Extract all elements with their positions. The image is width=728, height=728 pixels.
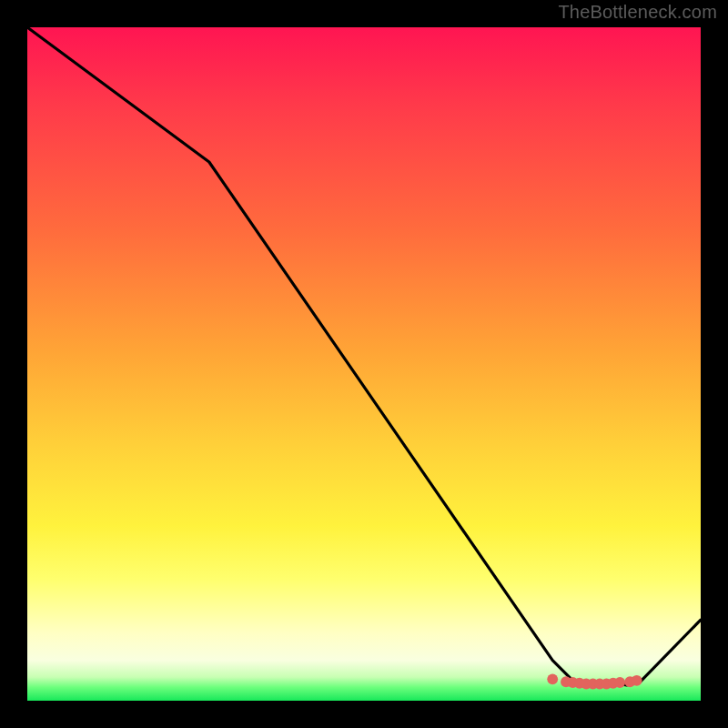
attribution-text: TheBottleneck.com [558,2,717,23]
bottleneck-curve [27,27,701,685]
optimal-marker [547,673,558,684]
optimal-marker [632,675,642,686]
chart-container: TheBottleneck.com [0,0,728,728]
chart-svg [27,27,701,701]
marker-group [547,673,642,689]
plot-area [27,27,701,701]
optimal-marker [614,677,625,688]
